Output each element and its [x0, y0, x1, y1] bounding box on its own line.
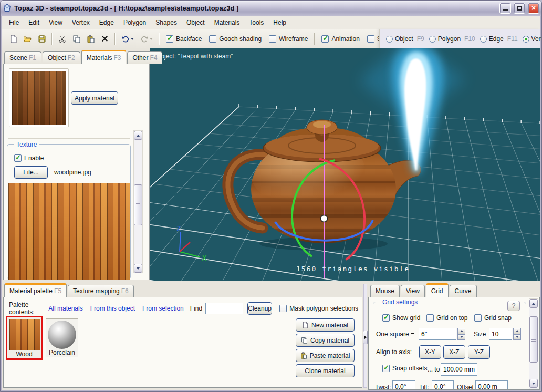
tab-material-palette[interactable]: Material paletteF5 — [4, 283, 67, 297]
grid-on-top-checkbox[interactable]: Grid on top — [426, 314, 467, 322]
scrollbar-thumb[interactable] — [529, 316, 538, 363]
axis-z-label: Z — [176, 224, 181, 233]
open-file-button[interactable] — [20, 32, 35, 46]
delete-button[interactable] — [98, 32, 112, 46]
paste-material-button[interactable]: Paste material — [296, 349, 355, 362]
spin-up-button[interactable] — [513, 328, 521, 334]
scroll-up-button[interactable] — [134, 131, 142, 140]
size-input[interactable] — [489, 328, 512, 340]
tab-other[interactable]: OtherF4 — [127, 51, 162, 64]
spin-up-button[interactable] — [457, 328, 465, 334]
menu-edge[interactable]: Edge — [95, 17, 119, 28]
redo-button[interactable] — [137, 32, 156, 46]
mode-object-radio[interactable]: ObjectF9 — [386, 35, 424, 43]
texture-enable-checkbox[interactable]: Enable — [14, 154, 44, 162]
materials-panel-scrollbar[interactable] — [133, 130, 143, 273]
one-square-input[interactable] — [419, 328, 456, 340]
section-divider — [8, 131, 130, 139]
tab-texture-mapping[interactable]: Texture mappingF6 — [68, 285, 134, 297]
menu-polygon[interactable]: Polygon — [119, 17, 151, 28]
find-input[interactable] — [205, 303, 243, 314]
spin-down-button[interactable] — [513, 334, 521, 341]
new-material-button[interactable]: New material — [296, 318, 355, 332]
gooch-shading-checkbox[interactable]: Gooch shading — [209, 35, 262, 43]
wireframe-checkbox[interactable]: Wireframe — [269, 35, 308, 43]
close-button[interactable]: × — [528, 3, 539, 14]
panel-splitter[interactable] — [363, 284, 367, 388]
menu-view[interactable]: View — [44, 17, 67, 28]
undo-button[interactable] — [118, 32, 137, 46]
minimize-button[interactable] — [499, 3, 511, 14]
material-swatch-wood[interactable]: Wood — [6, 316, 43, 360]
maximize-button[interactable] — [514, 3, 525, 14]
toolbar-separator — [314, 33, 315, 45]
menu-vertex[interactable]: Vertex — [67, 17, 95, 28]
animation-checkbox[interactable]: Animation — [321, 35, 359, 43]
app-icon — [3, 4, 12, 13]
snap-offsets-checkbox[interactable]: Snap offsets — [382, 365, 428, 372]
scroll-down-button[interactable] — [134, 264, 142, 273]
one-square-label: One square = — [376, 331, 414, 338]
scroll-up-button[interactable] — [529, 299, 538, 308]
viewport-3d[interactable]: Z X Object: "Teapot with steam" 1560 tri… — [150, 48, 540, 281]
link-from-this-object[interactable]: From this object — [90, 305, 135, 312]
mask-polygon-checkbox[interactable]: Mask polygon selections — [279, 305, 358, 312]
apply-material-button[interactable]: Apply material — [71, 91, 118, 105]
tab-mouse[interactable]: Mouse — [370, 285, 400, 297]
mask-polygon-label: Mask polygon selections — [289, 305, 358, 312]
checkbox-icon — [474, 314, 482, 322]
paste-button[interactable] — [84, 32, 98, 46]
scroll-down-button[interactable] — [529, 379, 538, 388]
menu-edit[interactable]: Edit — [24, 17, 44, 28]
tab-object[interactable]: ObjectF2 — [43, 51, 80, 64]
align-xz-button[interactable]: X-Z — [443, 345, 465, 359]
menu-materials[interactable]: Materials — [210, 17, 245, 28]
mode-vertex-radio[interactable]: VertexF12 — [523, 35, 542, 43]
new-file-button[interactable] — [6, 32, 20, 46]
gizmo-center-handle[interactable] — [321, 215, 328, 222]
save-button[interactable] — [35, 32, 49, 46]
cut-button[interactable] — [55, 32, 69, 46]
grid-snap-checkbox[interactable]: Grid snap — [474, 314, 512, 322]
cleanup-button[interactable]: Cleanup — [247, 302, 272, 315]
tab-view[interactable]: View — [401, 285, 425, 297]
menu-file[interactable]: File — [4, 17, 24, 28]
align-xy-button[interactable]: X-Y — [419, 345, 441, 359]
texture-file-button[interactable]: File... — [14, 166, 48, 179]
one-square-spinner[interactable] — [457, 328, 465, 340]
offset-input[interactable] — [475, 380, 508, 390]
snap-offset-input[interactable] — [441, 363, 477, 376]
align-yz-button[interactable]: Y-Z — [468, 345, 490, 359]
menu-shapes[interactable]: Shapes — [151, 17, 182, 28]
menu-object[interactable]: Object — [182, 17, 210, 28]
copy-material-button[interactable]: Copy material — [296, 334, 355, 347]
open-folder-icon — [23, 35, 32, 43]
link-all-materials[interactable]: All materials — [48, 305, 82, 312]
backface-checkbox[interactable]: Backface — [166, 35, 202, 43]
tab-scene[interactable]: SceneF1 — [4, 51, 41, 64]
material-swatch-porcelain[interactable]: Porcelain — [46, 318, 78, 357]
splitter-handle[interactable] — [363, 331, 368, 344]
mode-polygon-radio[interactable]: PolygonF10 — [429, 35, 475, 43]
link-from-selection[interactable]: From selection — [142, 305, 184, 312]
undo-dropdown-icon — [131, 38, 134, 40]
tilt-input[interactable] — [432, 380, 454, 390]
tab-materials[interactable]: MaterialsF3 — [81, 50, 127, 64]
spin-down-button[interactable] — [457, 334, 465, 341]
size-spinner[interactable] — [513, 328, 521, 340]
copy-button[interactable] — [69, 32, 84, 46]
twist-input[interactable] — [392, 380, 415, 390]
mode-edge-radio[interactable]: EdgeF11 — [480, 35, 518, 43]
tab-grid[interactable]: Grid — [426, 283, 449, 297]
help-button[interactable]: ? — [507, 301, 520, 311]
axis-triad: Z X — [176, 224, 207, 262]
tab-curve[interactable]: Curve — [450, 285, 477, 297]
clone-material-button[interactable]: Clone material — [296, 364, 355, 377]
menu-tools[interactable]: Tools — [244, 17, 268, 28]
toolbar: Backface Gooch shading Wireframe Animati… — [2, 29, 540, 48]
show-grid-checkbox[interactable]: Show grid — [382, 314, 420, 322]
tab-object-fkey: F2 — [68, 54, 75, 61]
settings-panel-scrollbar[interactable] — [529, 298, 538, 389]
menu-help[interactable]: Help — [268, 17, 291, 28]
scrollbar-thumb[interactable] — [134, 184, 142, 225]
